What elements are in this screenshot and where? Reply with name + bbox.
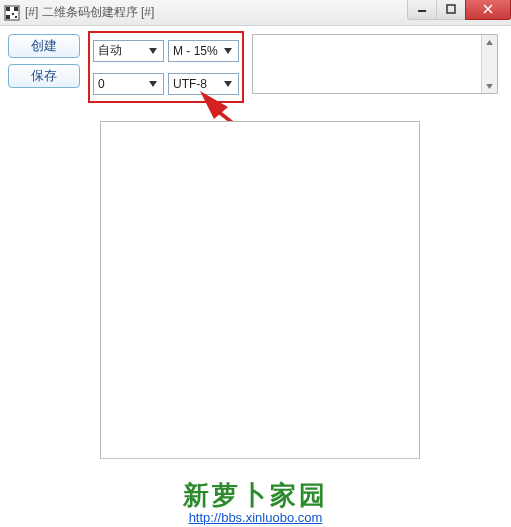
save-button[interactable]: 保存 — [8, 64, 80, 88]
footer-brand-text: 新萝卜家园 — [0, 478, 511, 513]
encoding-dropdown-value: UTF-8 — [173, 77, 207, 91]
encoding-dropdown[interactable]: UTF-8 — [168, 73, 239, 95]
svg-rect-1 — [6, 7, 10, 11]
chevron-down-icon — [220, 74, 236, 94]
close-button[interactable] — [465, 0, 511, 20]
svg-rect-2 — [14, 7, 18, 11]
svg-rect-5 — [15, 16, 17, 18]
minimize-button[interactable] — [407, 0, 437, 20]
textarea-scrollbar[interactable] — [481, 35, 497, 93]
svg-rect-7 — [447, 5, 455, 13]
app-icon — [4, 5, 20, 21]
content-textarea-inner — [253, 35, 481, 93]
action-button-group: 创建 保存 — [8, 34, 80, 88]
window-title: [#] 二维条码创建程序 [#] — [25, 4, 408, 21]
content-textarea[interactable] — [252, 34, 498, 94]
svg-rect-3 — [6, 15, 10, 19]
svg-marker-12 — [149, 81, 157, 87]
svg-rect-4 — [12, 13, 14, 15]
settings-highlight-box: 自动 M - 15% 0 UTF-8 — [88, 31, 244, 103]
scroll-down-icon[interactable] — [484, 80, 496, 92]
create-button[interactable]: 创建 — [8, 34, 80, 58]
version-dropdown-value: 0 — [98, 77, 105, 91]
maximize-button[interactable] — [436, 0, 466, 20]
svg-marker-13 — [224, 81, 232, 87]
mode-dropdown[interactable]: 自动 — [93, 40, 164, 62]
footer-link[interactable]: http://bbs.xinluobo.com — [189, 510, 323, 525]
svg-marker-15 — [486, 84, 493, 89]
svg-marker-11 — [224, 48, 232, 54]
ecc-dropdown-value: M - 15% — [173, 44, 218, 58]
chevron-down-icon — [145, 74, 161, 94]
window-titlebar: [#] 二维条码创建程序 [#] — [0, 0, 511, 26]
scroll-up-icon[interactable] — [484, 36, 496, 48]
window-controls — [408, 0, 511, 20]
ecc-dropdown[interactable]: M - 15% — [168, 40, 239, 62]
window-client-area: 创建 保存 自动 M - 15% 0 UTF-8 — [0, 26, 511, 527]
mode-dropdown-value: 自动 — [98, 42, 122, 59]
chevron-down-icon — [145, 41, 161, 61]
chevron-down-icon — [220, 41, 236, 61]
qr-preview-panel — [100, 121, 420, 459]
footer-link-wrap: http://bbs.xinluobo.com — [0, 510, 511, 525]
svg-marker-10 — [149, 48, 157, 54]
version-dropdown[interactable]: 0 — [93, 73, 164, 95]
svg-marker-14 — [486, 40, 493, 45]
